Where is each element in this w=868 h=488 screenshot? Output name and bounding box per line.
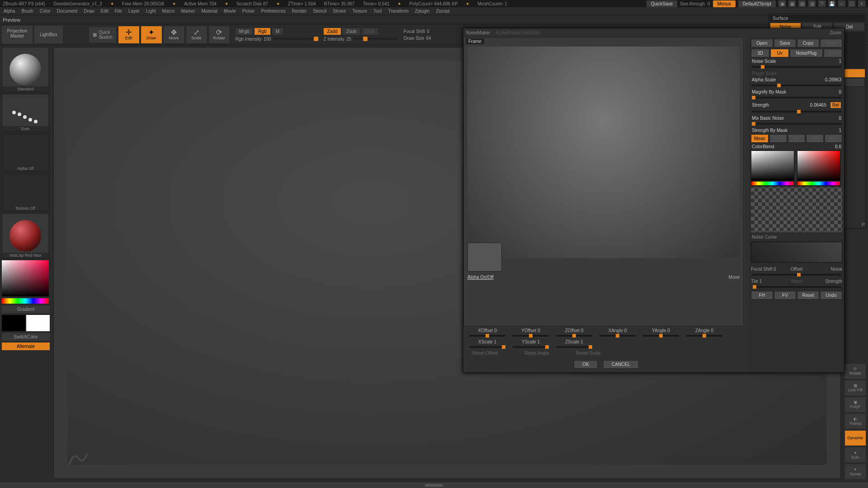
stroke-thumbnail[interactable]: Dots bbox=[2, 94, 49, 132]
max-toggle[interactable]: Max bbox=[825, 134, 842, 143]
rgb-intensity-value[interactable]: 100 bbox=[264, 37, 271, 42]
reset-angle-button[interactable]: Reset Angle bbox=[524, 351, 549, 356]
menu-item[interactable]: Picker bbox=[242, 9, 255, 14]
zoom-label[interactable]: Zoom bbox=[830, 30, 841, 35]
solo-button[interactable]: ●Solo bbox=[845, 447, 866, 462]
menu-item[interactable]: Marker bbox=[181, 9, 195, 14]
rel-toggle[interactable]: Rel bbox=[830, 102, 841, 108]
gradient-button[interactable]: Gradient bbox=[2, 305, 50, 313]
mixbasic-slider[interactable] bbox=[752, 123, 841, 125]
focal-shift-slider[interactable] bbox=[752, 274, 841, 276]
m-toggle[interactable]: M bbox=[272, 28, 283, 35]
menu-item[interactable]: Stencil bbox=[313, 9, 326, 14]
menu-item[interactable]: Stroke bbox=[333, 9, 346, 14]
menu-item[interactable]: File bbox=[115, 9, 122, 14]
xangle-slider[interactable] bbox=[599, 335, 636, 337]
alternate-button[interactable]: Alternate bbox=[2, 343, 50, 350]
draw-tool[interactable]: ✦Draw bbox=[141, 26, 162, 44]
paste-button[interactable]: Paste bbox=[820, 39, 842, 47]
material-thumbnail[interactable]: MatCap Red Wax bbox=[2, 213, 49, 258]
menu-item[interactable]: Brush bbox=[22, 9, 33, 14]
zsub-toggle[interactable]: Zsub bbox=[343, 28, 360, 35]
move-label[interactable]: Move bbox=[729, 275, 740, 280]
tile-slider[interactable] bbox=[752, 286, 841, 288]
dynamic-button[interactable]: Dynamic bbox=[845, 431, 866, 446]
alpha-onoff-toggle[interactable]: Alpha On/Off bbox=[467, 275, 494, 280]
magnify-slider[interactable] bbox=[752, 97, 841, 99]
xscale-slider[interactable] bbox=[469, 346, 505, 348]
zoffset-slider[interactable] bbox=[556, 335, 592, 337]
seethrough-value[interactable]: 0 bbox=[708, 1, 710, 6]
disk-icon[interactable]: 💾 bbox=[828, 0, 835, 7]
colorblend-picker-a[interactable] bbox=[751, 150, 794, 186]
menu-item[interactable]: Draw bbox=[84, 9, 94, 14]
yscale-slider[interactable] bbox=[513, 346, 549, 348]
menu-item[interactable]: Alpha bbox=[4, 9, 15, 14]
menu-item[interactable]: Movie bbox=[224, 9, 236, 14]
switchcolor-button[interactable]: SwitchColor bbox=[2, 333, 50, 341]
window-icon[interactable]: ▦ bbox=[788, 0, 796, 7]
zcut-toggle[interactable]: Zcut bbox=[362, 28, 378, 35]
reset-offset-button[interactable]: Reset Offset bbox=[472, 351, 497, 356]
edit-tool[interactable]: ✛Edit bbox=[118, 26, 140, 44]
zadd-toggle[interactable]: Zadd bbox=[324, 28, 341, 35]
menu-item[interactable]: Light bbox=[146, 9, 156, 14]
surface-header[interactable]: Surface bbox=[770, 15, 865, 22]
draw-size-value[interactable]: 64 bbox=[426, 36, 431, 41]
transp-button[interactable]: ◐Transp bbox=[845, 414, 866, 429]
zangle-slider[interactable] bbox=[686, 335, 722, 337]
alpha-thumbnail[interactable] bbox=[467, 243, 502, 272]
menu-item[interactable]: Preferences bbox=[261, 9, 286, 14]
menu-item[interactable]: Render bbox=[292, 9, 307, 14]
fh-button[interactable]: FH bbox=[751, 291, 773, 300]
xpose-button[interactable]: ✦Xpose bbox=[845, 464, 866, 479]
rotate-tool-button[interactable]: ⟳Rotate bbox=[845, 364, 866, 379]
save-button[interactable]: Save bbox=[774, 39, 796, 47]
cancel-button[interactable]: CANCEL bbox=[603, 360, 639, 369]
menu-item[interactable]: Transform bbox=[388, 9, 408, 14]
color-swatch-white[interactable] bbox=[26, 315, 50, 331]
noisemaker-preview[interactable]: Frame Alpha On/Off Move bbox=[463, 37, 744, 326]
quicksketch-button[interactable]: ▦ QuickSketch bbox=[89, 27, 116, 42]
alpha-thumbnail[interactable]: Alpha Off bbox=[2, 134, 49, 172]
z-intensity-value[interactable]: 25 bbox=[346, 37, 351, 42]
minimize-icon[interactable]: – bbox=[838, 0, 845, 7]
menu-item[interactable]: Document bbox=[57, 9, 78, 14]
linefill-button[interactable]: ▦Line Fill bbox=[845, 380, 866, 395]
menu-item[interactable]: Material bbox=[202, 9, 218, 14]
menu-item[interactable]: Layer bbox=[128, 9, 140, 14]
strength-slider[interactable] bbox=[752, 111, 841, 113]
open-button[interactable]: Open bbox=[751, 39, 773, 47]
window-icon[interactable]: ▣ bbox=[778, 0, 786, 7]
rotate-tool[interactable]: ⟳Rotate bbox=[208, 26, 230, 44]
uv-toggle[interactable]: Uv bbox=[770, 49, 789, 57]
colorblend-picker-b[interactable] bbox=[797, 150, 840, 186]
alpha-scale-slider[interactable] bbox=[752, 84, 841, 86]
rgb-toggle[interactable]: Rgb bbox=[255, 28, 270, 35]
window-icon[interactable]: ▤ bbox=[798, 0, 806, 7]
noise-scale-slider[interactable] bbox=[752, 66, 841, 68]
frame-label[interactable]: Frame bbox=[466, 38, 484, 44]
color-swatch-black[interactable] bbox=[2, 315, 25, 331]
menu-item[interactable]: Edit bbox=[101, 9, 108, 14]
noise-curve-editor[interactable] bbox=[751, 242, 842, 263]
menus-button[interactable]: Menus bbox=[713, 0, 736, 7]
focal-shift-value[interactable]: 0 bbox=[427, 29, 429, 34]
menu-item[interactable]: Texture bbox=[352, 9, 367, 14]
quicksave-button[interactable]: QuickSave bbox=[646, 0, 677, 7]
rgb-intensity-slider[interactable] bbox=[273, 38, 318, 40]
ok-button[interactable]: OK bbox=[574, 360, 597, 369]
polyf-button[interactable]: ▣PolyF bbox=[845, 397, 866, 412]
yoffset-slider[interactable] bbox=[513, 335, 549, 337]
lightbox-button[interactable]: LightBox bbox=[34, 26, 63, 43]
reset-scale-button[interactable]: Reset Scale bbox=[576, 351, 600, 356]
color-picker[interactable] bbox=[2, 260, 49, 304]
help-icon[interactable]: ? bbox=[818, 0, 826, 7]
mrgb-toggle[interactable]: Mrgb bbox=[236, 28, 253, 35]
brush-thumbnail[interactable]: Standard bbox=[2, 47, 49, 92]
menu-item[interactable]: Zscript bbox=[436, 9, 449, 14]
3d-toggle[interactable]: 3D bbox=[751, 49, 769, 57]
texture-thumbnail[interactable]: Texture Off bbox=[2, 174, 49, 211]
menu-item[interactable]: Zplugin bbox=[415, 9, 430, 14]
undo-curve-button[interactable]: Undo bbox=[820, 291, 842, 300]
